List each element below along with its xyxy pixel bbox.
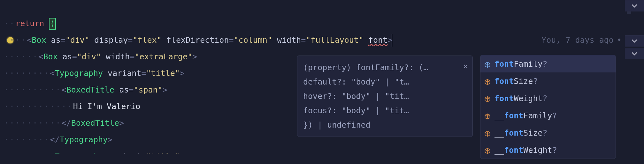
code-editor[interactable]: ··return ( ····<Box as="div" display="fl… — [0, 0, 644, 164]
property-icon — [484, 95, 491, 101]
signature-line: }) | undefined — [303, 118, 467, 132]
property-icon — [484, 78, 491, 84]
signature-line: focus?: "body" | "tit… — [303, 103, 467, 118]
close-icon[interactable]: × — [463, 59, 468, 73]
text-cursor — [392, 34, 392, 47]
autocomplete-item[interactable]: __fontSize? — [480, 124, 616, 141]
signature-line: (property) fontFamily?: (… — [303, 60, 467, 75]
autocomplete-item[interactable]: fontFamily? — [480, 55, 616, 72]
jsx-text: Hi I'm Valerio — [73, 102, 141, 111]
keyword-return: return — [15, 19, 44, 28]
whitespace-dots: ·· — [4, 19, 15, 28]
autocomplete-label: __fontSize? — [494, 128, 548, 138]
whitespace-dots: ···· — [4, 35, 27, 45]
property-icon — [484, 147, 491, 153]
autocomplete-label: fontWeight? — [494, 94, 548, 103]
jsx-tag: Box — [32, 35, 46, 45]
error-token: font — [368, 35, 387, 45]
signature-help-popup: × (property) fontFamily?: (… default?: "… — [297, 56, 473, 137]
signature-line: default?: "body" | "t… — [303, 75, 467, 89]
autocomplete-item[interactable]: __fontFamily? — [480, 107, 616, 124]
property-icon — [484, 130, 491, 136]
code-line[interactable]: ··return ( — [0, 15, 644, 32]
editor-right-gutter — [625, 0, 644, 164]
property-icon — [484, 61, 491, 67]
overview-fold-button[interactable] — [625, 48, 644, 59]
git-blame-annotation: You, 7 days ago• — [541, 32, 622, 48]
matching-bracket-highlight: ( — [49, 18, 56, 30]
autocomplete-item[interactable]: fontWeight? — [480, 90, 616, 107]
autocomplete-label: fontSize? — [494, 77, 538, 86]
overview-fold-button[interactable] — [625, 0, 644, 11]
autocomplete-label: __fontWeight? — [494, 145, 557, 155]
property-icon — [484, 112, 491, 119]
signature-line: hover?: "body" | "tit… — [303, 89, 467, 103]
autocomplete-label: fontFamily? — [494, 59, 548, 69]
autocomplete-item[interactable]: __fontWeight? — [480, 141, 616, 159]
code-line-active[interactable]: ····<Box as="div" display="flex" flexDir… — [0, 32, 644, 48]
autocomplete-popup[interactable]: fontFamily?fontSize?fontWeight?__fontFam… — [480, 55, 616, 159]
autocomplete-label: __fontFamily? — [494, 111, 557, 120]
overview-fold-button[interactable] — [625, 35, 644, 47]
autocomplete-item[interactable]: fontSize? — [480, 72, 616, 90]
